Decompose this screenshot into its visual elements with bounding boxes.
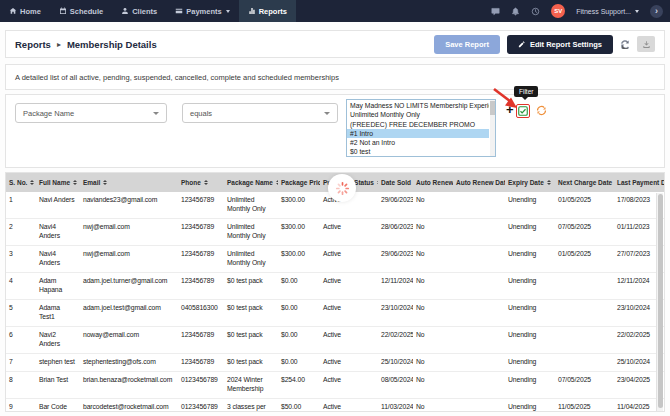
caret-down-icon bbox=[635, 10, 639, 13]
page: HomeScheduleClientsPaymentsReports SV Fi… bbox=[0, 0, 670, 416]
nav-item-home[interactable]: Home bbox=[0, 0, 50, 22]
table-scrollbar[interactable] bbox=[656, 193, 663, 411]
col-header-auto-renew[interactable]: Auto Renew bbox=[413, 173, 453, 192]
listbox-option[interactable]: (FREEDEC) FREE DECEMBER PROMO bbox=[347, 120, 489, 129]
edit-report-settings-button[interactable]: Edit Report Settings bbox=[507, 35, 613, 54]
filter-operator-select[interactable]: equals bbox=[182, 103, 338, 123]
chat-icon[interactable] bbox=[491, 7, 500, 16]
report-table-container: S. No.Full NameEmailPhonePackage NamePac… bbox=[5, 172, 665, 412]
listbox-option[interactable]: #1 Intro bbox=[347, 129, 489, 138]
table-row: 7stephen teststephentesting@ofs.com12345… bbox=[6, 353, 665, 371]
caret-down-icon bbox=[226, 10, 230, 13]
refresh-icon[interactable] bbox=[620, 39, 630, 49]
annotation-highlight-box bbox=[516, 104, 530, 118]
filter-tooltip: Filter bbox=[514, 86, 538, 97]
breadcrumb-separator-icon: ▸ bbox=[57, 40, 61, 49]
download-icon bbox=[642, 40, 651, 49]
nav-item-reports[interactable]: Reports bbox=[239, 0, 296, 22]
bell-icon[interactable] bbox=[511, 7, 520, 16]
col-header-last-payment-date[interactable]: Last Payment Date bbox=[614, 173, 665, 192]
table-row: 2Navi4 Andersnwj@email.com123456789Unlim… bbox=[6, 218, 665, 245]
breadcrumb-reports[interactable]: Reports bbox=[15, 39, 51, 50]
clock-icon[interactable] bbox=[531, 7, 540, 16]
table-body: 1Navi Andersnaviandes23@gmail.com1234567… bbox=[6, 192, 665, 412]
table-row: 5Adama Test1adam.joel.test@gmail.com0405… bbox=[6, 299, 665, 326]
filter-field-select[interactable]: Package Name bbox=[15, 103, 167, 123]
payments-icon bbox=[175, 7, 183, 15]
col-header-phone[interactable]: Phone bbox=[178, 173, 224, 192]
chevron-down-icon bbox=[153, 112, 159, 115]
table-row: 8Brian Testbrian.benaza@rocketmail.com01… bbox=[6, 371, 665, 398]
avatar[interactable]: SV bbox=[551, 4, 565, 18]
refresh-orange-icon bbox=[536, 105, 547, 116]
save-report-button[interactable]: Save Report bbox=[434, 35, 500, 54]
report-table: S. No.Full NameEmailPhonePackage NamePac… bbox=[6, 173, 665, 412]
table-row: 9Bar Code Testbarcodetest@rocketmail.com… bbox=[6, 398, 665, 412]
listbox-option[interactable]: #2 Not an Intro bbox=[347, 138, 489, 147]
download-button[interactable] bbox=[637, 36, 655, 52]
chevron-down-icon bbox=[324, 112, 330, 115]
col-header-full-name[interactable]: Full Name bbox=[36, 173, 80, 192]
filter-panel: Package Name equals May Madness NO LIMIT… bbox=[5, 94, 665, 168]
sort-icon bbox=[377, 180, 378, 185]
nav-items: HomeScheduleClientsPaymentsReports bbox=[0, 0, 296, 22]
sort-icon bbox=[30, 180, 34, 185]
pencil-icon bbox=[518, 41, 525, 48]
nav-item-payments[interactable]: Payments bbox=[166, 0, 238, 22]
package-listbox[interactable]: May Madness NO LIMITS Membership Experie… bbox=[346, 99, 496, 157]
nav-item-clients[interactable]: Clients bbox=[112, 0, 166, 22]
home-icon bbox=[9, 7, 17, 15]
table-row: 3Navi4 Andersnwj@email.com123456789Unlim… bbox=[6, 245, 665, 272]
sort-icon bbox=[276, 180, 278, 185]
col-header-expiry-date[interactable]: Expiry Date bbox=[505, 173, 555, 192]
sort-icon bbox=[73, 180, 77, 185]
toolbar: Save Report Edit Report Settings bbox=[434, 35, 655, 54]
top-navbar: HomeScheduleClientsPaymentsReports SV Fi… bbox=[0, 0, 670, 22]
listbox-option[interactable]: $0 test bbox=[347, 147, 489, 156]
col-header-auto-renew-date[interactable]: Auto Renew Date bbox=[453, 173, 505, 192]
report-description: A detailed list of all active, pending, … bbox=[5, 64, 665, 90]
table-row: 4Adam Hapanaadam.joel.turner@gmail.com12… bbox=[6, 272, 665, 299]
filter-check-icon bbox=[518, 106, 528, 116]
user-name: Fitness Support... bbox=[576, 8, 631, 15]
sort-icon bbox=[103, 180, 107, 185]
add-filter-button[interactable]: + bbox=[506, 103, 514, 116]
listbox-option[interactable]: Unlimited Monthly Only bbox=[347, 110, 489, 119]
breadcrumb-bar: Reports ▸ Membership Details Save Report… bbox=[5, 30, 665, 58]
reports-icon bbox=[248, 7, 256, 15]
loading-spinner-icon bbox=[328, 174, 356, 202]
nav-item-schedule[interactable]: Schedule bbox=[50, 0, 112, 22]
reset-filter-button[interactable] bbox=[536, 105, 547, 116]
col-header-package-price[interactable]: Package Price bbox=[278, 173, 320, 192]
nav-right: SV Fitness Support... › bbox=[491, 0, 670, 22]
col-header-email[interactable]: Email bbox=[80, 173, 178, 192]
schedule-icon bbox=[59, 7, 67, 15]
listbox-option[interactable]: May Madness NO LIMITS Membership Experie… bbox=[347, 101, 489, 110]
col-header-date-sold[interactable]: Date Sold bbox=[378, 173, 413, 192]
apply-filter-button[interactable] bbox=[518, 106, 528, 116]
sort-icon bbox=[547, 180, 551, 185]
listbox-options: May Madness NO LIMITS Membership Experie… bbox=[347, 101, 489, 157]
col-header-package-name[interactable]: Package Name bbox=[224, 173, 278, 192]
sort-icon bbox=[204, 180, 208, 185]
col-header-s-no-[interactable]: S. No. bbox=[6, 173, 36, 192]
col-header-next-charge-date[interactable]: Next Charge Date bbox=[555, 173, 614, 192]
clients-icon bbox=[121, 7, 129, 15]
page-title: Membership Details bbox=[67, 39, 157, 50]
table-row: 6Navi2 Andersnoway@email.com123456789$0 … bbox=[6, 326, 665, 353]
user-menu[interactable]: Fitness Support... bbox=[576, 8, 639, 15]
collapse-arrow-icon[interactable]: › bbox=[650, 5, 663, 18]
listbox-scrollbar[interactable] bbox=[490, 100, 495, 156]
